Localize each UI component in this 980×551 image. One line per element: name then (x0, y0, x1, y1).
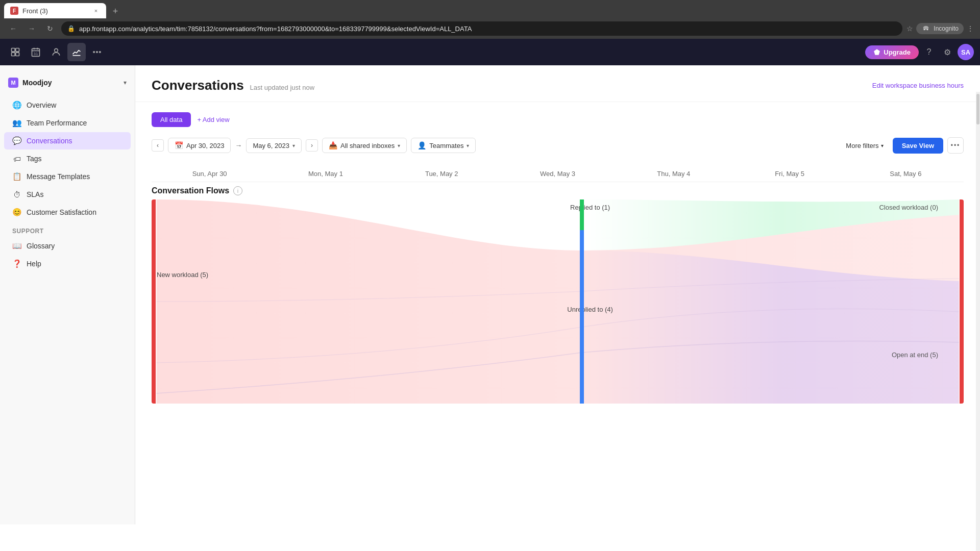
more-tools-icon (92, 47, 102, 57)
date-from-filter[interactable]: 📅 Apr 30, 2023 (168, 138, 231, 153)
upgrade-button[interactable]: Upgrade (865, 45, 919, 59)
star-button[interactable]: ☆ (906, 24, 913, 33)
conversations-icon: 💬 (12, 136, 21, 145)
sidebar-item-team-performance[interactable]: 👥 Team Performance (4, 114, 131, 132)
main-layout: M Moodjoy ▾ 🌐 Overview 👥 Team Performanc… (0, 65, 980, 524)
new-tab-button[interactable]: + (108, 4, 122, 18)
more-filters-button[interactable]: More filters ▾ (841, 139, 888, 153)
workspace-chevron-icon: ▾ (124, 79, 127, 86)
more-filters-label: More filters (846, 142, 878, 149)
diamond-icon (873, 48, 880, 56)
sidebar: M Moodjoy ▾ 🌐 Overview 👥 Team Performanc… (0, 65, 135, 524)
forward-button[interactable]: → (24, 21, 39, 36)
save-view-button[interactable]: Save View (893, 138, 943, 154)
day-header-1: Mon, May 1 (267, 166, 383, 182)
main-content: Conversations Last updated just now Edit… (135, 65, 980, 524)
sidebar-item-label: Customer Satisfaction (27, 208, 96, 216)
scroll-indicator[interactable] (976, 92, 980, 524)
workspace-name: Moodjoy (22, 79, 119, 87)
compose-tool-button[interactable] (6, 43, 24, 61)
message-templates-icon: 📋 (12, 172, 21, 181)
date-to-text: May 6, 2023 (253, 142, 289, 149)
sidebar-item-tags[interactable]: 🏷 Tags (4, 150, 131, 167)
inbox-filter[interactable]: 📥 All shared inboxes ▾ (322, 138, 407, 153)
analytics-icon (71, 47, 82, 57)
sidebar-item-help[interactable]: ❓ Help (4, 255, 131, 272)
sidebar-item-label: Message Templates (27, 172, 90, 181)
calendar-tool-button[interactable]: 31 (27, 43, 45, 61)
help-icon: ? (927, 47, 932, 57)
teammates-filter[interactable]: 👤 Teammates ▾ (411, 138, 476, 153)
contacts-tool-button[interactable] (47, 43, 65, 61)
workspace-selector[interactable]: M Moodjoy ▾ (0, 73, 135, 96)
customer-satisfaction-icon: 😊 (12, 208, 21, 217)
sidebar-item-overview[interactable]: 🌐 Overview (4, 96, 131, 114)
page-title-group: Conversations Last updated just now (152, 78, 314, 93)
scroll-thumb (976, 94, 979, 124)
date-to-filter[interactable]: May 6, 2023 ▾ (246, 138, 302, 153)
tab-close-button[interactable]: × (92, 7, 100, 15)
refresh-button[interactable]: ↻ (43, 21, 57, 36)
browser-tab[interactable]: F Front (3) × (4, 3, 106, 18)
incognito-icon (921, 24, 930, 33)
team-performance-icon: 👥 (12, 118, 21, 128)
incognito-label: Incognito (934, 25, 959, 32)
edit-workspace-hours-link[interactable]: Edit workspace business hours (872, 82, 964, 89)
app-toolbar: 31 Upgrade ? ⚙ SA (0, 39, 980, 65)
browser-tab-bar: F Front (3) × + (0, 0, 980, 18)
back-button[interactable]: ← (6, 21, 20, 36)
svg-point-13 (55, 48, 58, 52)
svg-marker-18 (874, 49, 880, 55)
address-bar-row: ← → ↻ 🔒 app.frontapp.com/analytics/team/… (0, 18, 980, 39)
more-options-icon: ••• (951, 142, 961, 149)
address-bar[interactable]: 🔒 app.frontapp.com/analytics/team/tim:78… (61, 21, 902, 36)
more-filters-chevron-icon: ▾ (881, 143, 884, 148)
sidebar-item-slas[interactable]: ⏱ SLAs (4, 186, 131, 203)
settings-button[interactable]: ⚙ (939, 44, 955, 60)
analytics-tool-button[interactable] (67, 43, 86, 61)
day-header-5: Fri, May 5 (731, 166, 847, 182)
more-options-button[interactable]: ••• (947, 137, 964, 154)
date-next-button[interactable]: › (306, 139, 318, 152)
sidebar-item-label: Team Performance (27, 119, 87, 127)
svg-point-17 (100, 52, 101, 53)
sidebar-item-glossary[interactable]: 📖 Glossary (4, 237, 131, 255)
overview-icon: 🌐 (12, 101, 21, 110)
chart-title: Conversation Flows (152, 186, 229, 195)
sidebar-item-label: Help (27, 260, 41, 268)
chart-info-icon[interactable]: i (233, 186, 242, 195)
content-header: Conversations Last updated just now Edit… (135, 65, 980, 102)
sidebar-item-label: SLAs (27, 190, 43, 198)
all-data-tab[interactable]: All data (152, 112, 191, 127)
date-prev-button[interactable]: ‹ (152, 139, 164, 152)
svg-rect-5 (12, 48, 15, 52)
chart-title-row: Conversation Flows i (152, 186, 964, 195)
sidebar-item-message-templates[interactable]: 📋 Message Templates (4, 168, 131, 185)
avatar-button[interactable]: SA (958, 44, 974, 60)
filters-row: ‹ 📅 Apr 30, 2023 → May 6, 2023 ▾ › 📥 All… (152, 137, 964, 154)
incognito-button[interactable]: Incognito (916, 23, 964, 34)
right-border-bar (960, 199, 964, 404)
calendar-icon: 📅 (175, 141, 183, 149)
replied-to-label: Replied to (1) (570, 204, 610, 211)
blue-divider-bar (580, 230, 584, 404)
date-from-text: Apr 30, 2023 (186, 142, 224, 149)
settings-icon: ⚙ (944, 47, 951, 57)
sidebar-item-customer-satisfaction[interactable]: 😊 Customer Satisfaction (4, 204, 131, 221)
tab-favicon: F (10, 7, 18, 15)
more-tools-button[interactable] (88, 43, 106, 61)
tags-icon: 🏷 (12, 154, 21, 163)
slas-icon: ⏱ (12, 190, 21, 199)
add-view-button[interactable]: + Add view (193, 113, 233, 127)
sidebar-item-label: Tags (27, 155, 42, 163)
upgrade-label: Upgrade (884, 48, 911, 56)
svg-point-16 (96, 52, 98, 53)
compose-icon (10, 47, 20, 57)
svg-point-15 (93, 52, 95, 53)
contacts-icon (51, 47, 61, 57)
more-browser-options[interactable]: ⋮ (967, 24, 974, 33)
teammates-chevron-icon: ▾ (467, 143, 469, 148)
sidebar-item-conversations[interactable]: 💬 Conversations (4, 132, 131, 149)
help-button[interactable]: ? (921, 44, 937, 60)
inbox-chevron-icon: ▾ (398, 143, 400, 148)
